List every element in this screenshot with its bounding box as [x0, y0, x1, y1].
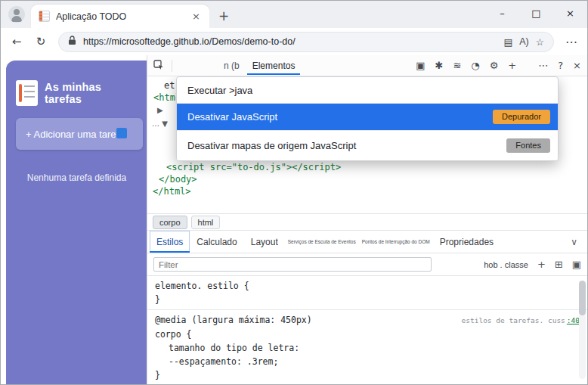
todo-app-panel: As minhas tarefas + Adicionar uma tarefa…: [1, 55, 147, 384]
new-tab-button[interactable]: +: [218, 8, 229, 23]
address-bar[interactable]: https://microsoftedge.github.io/Demos/de…: [58, 32, 554, 52]
chevron-down-icon[interactable]: ∨: [571, 237, 585, 247]
sources-badge: Fontes: [506, 138, 550, 153]
minimize-button[interactable]: –: [485, 1, 519, 25]
devtools-more-icon[interactable]: ⋯: [538, 61, 548, 70]
devtools-toolbar-icons: ▣ ✱ ≋ ◔ ⚙ + ⋯ ? ×: [416, 61, 581, 70]
dom-node[interactable]: et: [164, 80, 175, 91]
window-close-button[interactable]: ×: [553, 1, 587, 25]
add-task-button[interactable]: + Adicionar uma tarefa: [16, 118, 143, 150]
breadcrumb-item-html[interactable]: html: [191, 216, 221, 229]
tab-title: Aplicação TODO: [56, 11, 184, 22]
performance-icon[interactable]: ◔: [471, 61, 479, 70]
add-task-label: + Adicionar uma tarefa: [26, 129, 124, 140]
styles-scrollbar: [579, 281, 586, 379]
styles-scrollbar-thumb[interactable]: [579, 281, 586, 315]
dom-node-html-close[interactable]: </html>: [153, 186, 191, 197]
tab-estilos[interactable]: Estilos: [150, 231, 190, 253]
dom-node-body-close[interactable]: </body>: [159, 174, 197, 185]
add-panel-icon[interactable]: +: [508, 61, 516, 70]
browser-tab[interactable]: Aplicação TODO ×: [31, 5, 209, 28]
navigation-toolbar: ← ↻ https://microsoftedge.github.io/Demo…: [1, 28, 587, 55]
styles-filter-bar: hob . classe + ⊞ ▣: [147, 253, 587, 276]
window-controls: – □ ×: [485, 1, 587, 25]
tab-favicon-icon: [39, 11, 50, 22]
app-header: As minhas tarefas: [16, 80, 138, 106]
new-style-rule-icon[interactable]: +: [537, 259, 546, 270]
devtools-close-icon[interactable]: ×: [573, 61, 581, 70]
url-text[interactable]: https://microsoftedge.github.io/Demos/de…: [83, 36, 497, 47]
tab-elementos[interactable]: Elementos: [247, 56, 301, 75]
corpo-close-brace[interactable]: }: [147, 368, 587, 382]
split-screen-icon[interactable]: ▤: [503, 36, 512, 48]
maximize-button[interactable]: □: [519, 1, 553, 25]
profile-avatar[interactable]: [8, 6, 25, 23]
element-style-selector[interactable]: elemento. estilo {: [147, 279, 587, 293]
app-title: As minhas tarefas: [45, 81, 138, 105]
media-query-text[interactable]: @media (largura máxima: 450px): [155, 314, 312, 326]
pseudo-class-toggle[interactable]: hob . classe: [484, 260, 528, 269]
back-button[interactable]: ←: [7, 32, 26, 51]
css-property-font-size[interactable]: tamanho do tipo de letra:: [147, 341, 587, 355]
avatar-head: [14, 9, 20, 15]
network-conditions-icon[interactable]: ≋: [453, 61, 461, 70]
device-emulation-icon[interactable]: ▣: [416, 61, 425, 70]
element-style-close-brace[interactable]: }: [147, 293, 587, 306]
clipboard-spine: [19, 84, 22, 102]
empty-tasks-message: Nenhuma tarefa definida: [16, 172, 138, 183]
command-item-label: Desativar mapas de origem JavaScript: [187, 140, 356, 151]
tab-calculado[interactable]: Calculado: [190, 231, 243, 253]
issues-icon[interactable]: ✱: [435, 61, 443, 70]
devtools-panel: n (b Elementos ▣ ✱ ≋ ◔ ⚙ + ⋯ ? × et <htm…: [147, 55, 587, 384]
elements-tree: et <html ▶ … ▼ <script src="to-do.js"></…: [147, 76, 587, 214]
sidebar-toggle-icon[interactable]: ▣: [572, 259, 581, 270]
read-aloud-icon[interactable]: A): [519, 36, 529, 47]
tab-layout[interactable]: Layout: [244, 231, 285, 253]
titlebar: Aplicação TODO × + – □ ×: [1, 1, 587, 28]
collapse-arrow-icon[interactable]: … ▼: [152, 120, 168, 128]
breadcrumb-item-corpo[interactable]: corpo: [153, 216, 187, 229]
browser-menu-button[interactable]: ⋯: [562, 32, 581, 51]
help-icon[interactable]: ?: [558, 61, 563, 70]
clipboard-icon: [16, 80, 38, 106]
lock-icon[interactable]: [68, 35, 76, 48]
clipboard-lines: [24, 85, 35, 101]
inspect-marker-badge: [116, 128, 127, 138]
css-property-spacing[interactable]: --espaçamento: .3rem;: [147, 355, 587, 368]
command-item-disable-javascript[interactable]: Desativar JavaScript Depurador: [177, 104, 558, 130]
todo-app-background: As minhas tarefas + Adicionar uma tarefa…: [6, 61, 147, 384]
content-area: As minhas tarefas + Adicionar uma tarefa…: [1, 55, 587, 384]
corpo-selector[interactable]: corpo {: [147, 328, 587, 341]
debugger-badge: Depurador: [493, 110, 550, 124]
tab-dom-breakpoints[interactable]: Pontos de Interrupção do DOM: [359, 231, 433, 253]
stylesheet-file-name[interactable]: estilos de tarefas. cuss: [462, 315, 565, 327]
tab-event-listeners[interactable]: Serviços de Escuta de Eventos: [285, 231, 359, 253]
inspect-element-icon[interactable]: [153, 60, 164, 72]
tab-close-icon[interactable]: ×: [190, 11, 202, 22]
refresh-button[interactable]: ↻: [31, 32, 51, 51]
settings-gear-icon[interactable]: ⚙: [490, 61, 499, 70]
styles-pane-tabs: Estilos Calculado Layout Serviços de Esc…: [147, 231, 587, 253]
dom-node-script[interactable]: <script src="to-do.js"></script>: [166, 162, 341, 172]
favorites-star-icon[interactable]: ☆: [536, 36, 544, 48]
stylesheet-line-link[interactable]: :40: [567, 315, 580, 327]
devtools-tabs-partial[interactable]: n (b: [224, 61, 240, 71]
dom-breadcrumb: corpo html: [147, 214, 587, 231]
command-item-label: Desativar JavaScript: [187, 111, 277, 123]
toolbar-divider: [172, 60, 172, 72]
grid-toggle-icon[interactable]: ⊞: [555, 259, 563, 270]
command-menu: Executar >java Desativar JavaScript Depu…: [176, 76, 559, 161]
media-rule-header: @media (largura máxima: 450px) estilos d…: [147, 313, 587, 328]
rule-divider: [147, 309, 587, 310]
command-item-disable-sourcemaps[interactable]: Desativar mapas de origem JavaScript Fon…: [177, 130, 558, 160]
devtools-toolbar: n (b Elementos ▣ ✱ ≋ ◔ ⚙ + ⋯ ? ×: [147, 55, 587, 76]
stylesheet-source-link: estilos de tarefas. cuss :40: [462, 315, 580, 327]
expand-arrow-icon[interactable]: ▶: [157, 106, 163, 114]
styles-filter-input[interactable]: [153, 257, 432, 272]
tab-propriedades[interactable]: Propriedades: [433, 231, 500, 253]
browser-window: Aplicação TODO × + – □ × ← ↻ https://mic…: [0, 0, 588, 385]
command-menu-input[interactable]: Executar >java: [177, 77, 558, 104]
avatar-body: [11, 16, 22, 22]
styles-pane: elemento. estilo { } @media (largura máx…: [147, 276, 587, 384]
